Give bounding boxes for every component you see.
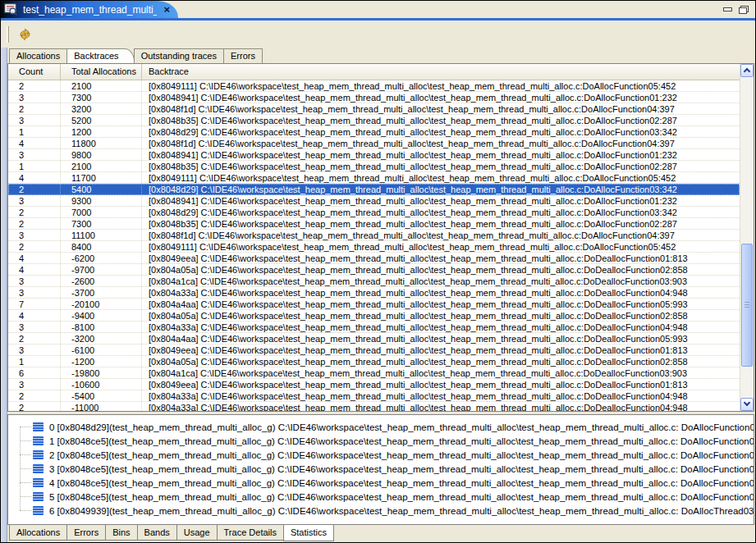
cell-total-allocations: 9300 <box>61 195 142 206</box>
cell-total-allocations: 11800 <box>61 138 142 148</box>
table-row[interactable]: 3-10600[0x8049eea] C:\IDE46\workspace\te… <box>8 379 740 390</box>
table-row[interactable]: 3-2600[0x804a1ca] C:\IDE46\workspace\tes… <box>8 276 740 287</box>
view-tab[interactable]: test_heap_mem_thread_multi_alloc × <box>1 1 178 18</box>
cell-total-allocations: 9800 <box>61 149 142 160</box>
scroll-down-button[interactable] <box>740 398 754 411</box>
table-row[interactable]: 23200[0x8048f1d] C:\IDE46\workspace\test… <box>8 103 740 115</box>
column-header-backtrace[interactable]: Backtrace <box>142 64 740 80</box>
cell-total-allocations: 2100 <box>61 80 142 91</box>
trace-frame-row[interactable]: 6 [0x8049939](test_heap_mem_thread_multi… <box>8 504 754 518</box>
cell-count: 4 <box>8 138 61 148</box>
cell-total-allocations: -5400 <box>61 390 142 401</box>
cell-backtrace: [0x8048d29] C:\IDE46\workspace\test_heap… <box>142 185 740 194</box>
cell-count: 3 <box>8 287 61 298</box>
cell-total-allocations: -1200 <box>61 356 142 367</box>
cell-total-allocations: -3700 <box>61 287 142 298</box>
table-row[interactable]: 411800[0x8048f1d] C:\IDE46\workspace\tes… <box>8 138 740 149</box>
table-row[interactable]: 39300[0x8048941] C:\IDE46\workspace\test… <box>8 195 740 207</box>
minimize-icon[interactable] <box>723 7 732 11</box>
cell-backtrace: [0x804a1ca] C:\IDE46\workspace\test_heap… <box>142 368 740 378</box>
table-row[interactable]: 35200[0x8048b35] C:\IDE46\workspace\test… <box>8 115 740 126</box>
page-tab-bands[interactable]: Bands <box>137 525 177 541</box>
cell-total-allocations: 8400 <box>61 241 142 252</box>
subtab-backtraces[interactable]: Backtraces <box>66 48 134 63</box>
trace-frame-list: 0 [0x8048d29](test_heap_mem_thread_multi… <box>8 420 754 518</box>
page-tab-statistics[interactable]: Statistics <box>283 525 334 541</box>
table-row[interactable]: 1-1200[0x804a05a] C:\IDE46\workspace\tes… <box>8 356 740 367</box>
cell-backtrace: [0x8048b35] C:\IDE46\workspace\test_heap… <box>142 116 740 125</box>
trace-frame-row[interactable]: 1 [0x8048ce5](test_heap_mem_thread_multi… <box>8 434 754 448</box>
cell-backtrace: [0x8048d29] C:\IDE46\workspace\test_heap… <box>142 208 740 217</box>
table-row[interactable]: 4-6200[0x8049eea] C:\IDE46\workspace\tes… <box>8 253 740 264</box>
table-row[interactable]: 2-11000[0x804a33a] C:\IDE46\workspace\te… <box>8 402 740 411</box>
view-content: AllocationsBacktracesOutstanding tracesE… <box>1 48 755 542</box>
table-row[interactable]: 2-3200[0x804a4aa] C:\IDE46\workspace\tes… <box>8 333 740 345</box>
cell-count: 2 <box>8 184 61 194</box>
table-row[interactable]: 3-6100[0x8049eea] C:\IDE46\workspace\tes… <box>8 345 740 356</box>
maximize-icon[interactable] <box>739 6 749 14</box>
table-row[interactable]: 27000[0x8048d29] C:\IDE46\workspace\test… <box>8 207 740 218</box>
refresh-button[interactable] <box>16 26 34 43</box>
view-tabbar: test_heap_mem_thread_multi_alloc × <box>1 1 755 18</box>
scroll-up-button[interactable] <box>740 64 754 77</box>
cell-total-allocations: 1200 <box>61 126 142 137</box>
trace-frame-row[interactable]: 5 [0x8048ce5](test_heap_mem_thread_multi… <box>8 490 754 504</box>
table-row[interactable]: 7-20100[0x804a4aa] C:\IDE46\workspace\te… <box>8 299 740 310</box>
cell-count: 3 <box>8 322 61 332</box>
cell-backtrace: [0x804a05a] C:\IDE46\workspace\test_heap… <box>142 311 740 321</box>
callstack-icon <box>33 464 44 473</box>
table-row[interactable]: 11200[0x8048d29] C:\IDE46\workspace\test… <box>8 126 740 138</box>
cell-backtrace: [0x8048b35] C:\IDE46\workspace\test_heap… <box>142 219 740 229</box>
table-row[interactable]: 411700[0x8049111] C:\IDE46\workspace\tes… <box>8 172 740 184</box>
cell-total-allocations: 11100 <box>61 230 142 240</box>
table-row-selected[interactable]: 25400[0x8048d29] C:\IDE46\workspace\test… <box>8 184 740 195</box>
page-tab-trace-details[interactable]: Trace Details <box>217 525 284 541</box>
table-row[interactable]: 4-9700[0x804a05a] C:\IDE46\workspace\tes… <box>8 264 740 276</box>
page-tab-errors[interactable]: Errors <box>66 525 106 541</box>
close-icon[interactable]: × <box>163 4 170 15</box>
vertical-scrollbar[interactable] <box>740 64 754 411</box>
page-tab-usage[interactable]: Usage <box>176 525 218 541</box>
cell-backtrace: [0x8048f1d] C:\IDE46\workspace\test_heap… <box>142 230 740 240</box>
table-row[interactable]: 39800[0x8048941] C:\IDE46\workspace\test… <box>8 149 740 161</box>
backtraces-table-panel: Count Total Allocations Backtrace 22100[… <box>7 63 754 412</box>
toolbar-gripper[interactable] <box>7 26 9 43</box>
cell-count: 3 <box>8 149 61 160</box>
scrollbar-thumb[interactable] <box>741 244 753 367</box>
cell-count: 3 <box>8 276 61 286</box>
subtab-errors[interactable]: Errors <box>223 48 263 63</box>
cell-backtrace: [0x804a4aa] C:\IDE46\workspace\test_heap… <box>142 334 740 344</box>
page-tab-bins[interactable]: Bins <box>105 525 137 541</box>
callstack-icon <box>33 422 44 431</box>
cell-total-allocations: 2100 <box>61 161 142 171</box>
trace-frame-row[interactable]: 4 [0x8048ce5](test_heap_mem_thread_multi… <box>8 476 754 490</box>
subtab-outstanding-traces[interactable]: Outstanding traces <box>134 48 224 63</box>
cell-count: 1 <box>8 356 61 367</box>
table-row[interactable]: 27300[0x8048b35] C:\IDE46\workspace\test… <box>8 218 740 230</box>
column-header-count[interactable]: Count <box>8 64 61 80</box>
table-row[interactable]: 3-8100[0x804a33a] C:\IDE46\workspace\tes… <box>8 322 740 333</box>
cell-total-allocations: -9700 <box>61 264 142 275</box>
table-row[interactable]: 28400[0x8049111] C:\IDE46\workspace\test… <box>8 241 740 253</box>
trace-frame-row[interactable]: 3 [0x8048ce5](test_heap_mem_thread_multi… <box>8 462 754 476</box>
trace-frame-row[interactable]: 2 [0x8048ce5](test_heap_mem_thread_multi… <box>8 448 754 462</box>
table-row[interactable]: 311100[0x8048f1d] C:\IDE46\workspace\tes… <box>8 230 740 241</box>
page-tab-allocations[interactable]: Allocations <box>9 525 67 541</box>
subtab-allocations[interactable]: Allocations <box>9 48 67 63</box>
table-row[interactable]: 3-3700[0x804a33a] C:\IDE46\workspace\tes… <box>8 287 740 299</box>
cell-count: 1 <box>8 126 61 137</box>
cell-backtrace: [0x8049111] C:\IDE46\workspace\test_heap… <box>142 173 740 183</box>
cell-total-allocations: -3200 <box>61 333 142 344</box>
cell-backtrace: [0x8048f1d] C:\IDE46\workspace\test_heap… <box>142 139 740 148</box>
chevron-up-icon <box>744 68 750 75</box>
table-row[interactable]: 37300[0x8048941] C:\IDE46\workspace\test… <box>8 92 740 103</box>
trace-frame-row[interactable]: 0 [0x8048d29](test_heap_mem_thread_multi… <box>8 420 754 434</box>
trace-frame-text: 2 [0x8048ce5](test_heap_mem_thread_multi… <box>49 450 754 460</box>
cell-backtrace: [0x804a05a] C:\IDE46\workspace\test_heap… <box>142 357 740 367</box>
column-header-total-allocations[interactable]: Total Allocations <box>61 64 142 80</box>
table-row[interactable]: 4-9400[0x804a05a] C:\IDE46\workspace\tes… <box>8 310 740 322</box>
table-row[interactable]: 2-5400[0x804a33a] C:\IDE46\workspace\tes… <box>8 390 740 402</box>
table-row[interactable]: 6-19800[0x804a1ca] C:\IDE46\workspace\te… <box>8 367 740 379</box>
table-row[interactable]: 22100[0x8049111] C:\IDE46\workspace\test… <box>8 80 740 92</box>
table-row[interactable]: 12100[0x8048b35] C:\IDE46\workspace\test… <box>8 161 740 172</box>
